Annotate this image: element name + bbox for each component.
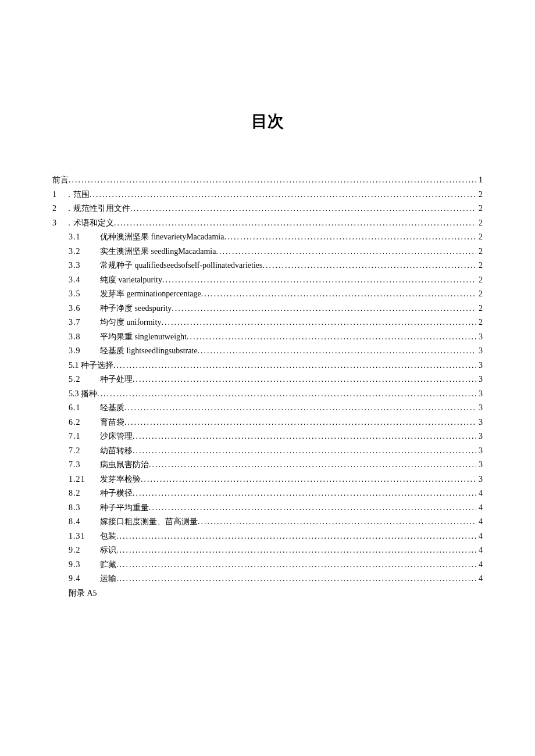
toc-subentry: 3.7 均匀度 uniformity 2 <box>69 316 483 330</box>
toc-page: 4 <box>476 558 483 572</box>
toc-page: 2 <box>476 188 483 202</box>
dots-leader <box>263 259 476 273</box>
toc-text: 发芽率检验 <box>100 472 141 487</box>
toc-text: 种子横径 <box>100 486 133 501</box>
toc-page: 2 <box>476 316 483 330</box>
toc-subentry: 1.21 发芽率检验 3 <box>69 472 483 487</box>
dots-leader <box>198 344 476 359</box>
toc-page: 2 <box>476 287 483 302</box>
dots-leader <box>149 458 476 472</box>
toc-subentry: 3.1 优种澳洲坚果 finevarietyMacadamia 2 <box>69 230 483 245</box>
dots-leader <box>133 486 476 501</box>
toc-number: 6.1 <box>69 401 100 415</box>
dots-leader <box>90 188 476 202</box>
toc-subentry: 5.2 种子处理 3 <box>69 372 483 387</box>
toc-page: 4 <box>476 572 483 586</box>
toc-text: 包装 <box>100 529 116 544</box>
toc-subentry: 3.3 常规种子 qualifiedseedsofself-pollinated… <box>69 259 483 273</box>
toc-page: 3 <box>476 458 483 472</box>
toc-page: 3 <box>476 372 483 387</box>
toc-subentry: 9.4 运输 4 <box>69 572 483 586</box>
toc-page: 4 <box>476 529 483 544</box>
toc-text: 均匀度 uniformity <box>100 316 161 330</box>
toc-number: 8.4 <box>69 515 100 529</box>
toc-number: 1.31 <box>69 529 100 544</box>
toc-number: 8.3 <box>69 501 100 515</box>
toc-text: ．范围 <box>65 188 90 202</box>
toc-number: 6.2 <box>69 415 100 430</box>
toc-text: 轻基质 <box>100 401 124 415</box>
toc-text: 纯度 varietalpurity <box>100 273 162 288</box>
toc-number: 5.2 <box>69 372 100 387</box>
dots-leader <box>116 543 476 558</box>
toc-appendix: 附录 A5 <box>52 586 483 601</box>
toc-subentry: 3.8 平均果重 singlenutweight 3 <box>69 330 483 345</box>
toc-page: 3 <box>476 444 483 458</box>
dots-leader <box>133 444 476 458</box>
dots-leader <box>113 359 476 373</box>
toc-number: 3.5 <box>69 287 100 302</box>
toc-number: 9.3 <box>69 558 100 572</box>
toc-number: 3.2 <box>69 245 100 259</box>
toc-number: 3.6 <box>69 302 100 316</box>
dots-leader <box>162 273 476 288</box>
dots-leader <box>133 429 476 444</box>
dots-leader <box>133 372 476 387</box>
toc-page: 2 <box>476 273 483 288</box>
dots-leader <box>224 230 476 245</box>
toc-entry-1: 1 ．范围 2 <box>52 188 483 202</box>
toc-number: 7.2 <box>69 444 100 458</box>
toc-subentry: 9.2 标识 4 <box>69 543 483 558</box>
dots-leader <box>187 330 476 345</box>
dots-leader <box>172 302 476 316</box>
toc-page: 2 <box>476 216 483 231</box>
toc-subentry: 6.1 轻基质 3 <box>69 401 483 415</box>
toc-text: 前言 <box>52 173 69 188</box>
toc-text: 嫁接口粗度测量、苗高测量 <box>100 515 198 529</box>
toc-page: 2 <box>476 202 483 216</box>
dots-leader <box>130 202 476 216</box>
toc-subentry: 5.3 播种 3 <box>69 387 483 402</box>
toc-text: 幼苗转移 <box>100 444 133 458</box>
dots-leader <box>116 572 476 586</box>
toc-page: 4 <box>476 543 483 558</box>
toc-number: 3.4 <box>69 273 100 288</box>
toc-number: 3 <box>52 216 65 231</box>
toc-number: 1 <box>52 188 65 202</box>
toc-number: 9.4 <box>69 572 100 586</box>
toc-page: 3 <box>476 415 483 430</box>
toc-number: 3.9 <box>69 344 100 359</box>
toc-page: 3 <box>476 359 483 373</box>
dots-leader <box>116 529 476 544</box>
toc-page: 3 <box>476 344 483 359</box>
toc-page: 3 <box>476 472 483 487</box>
toc-text: 5.1 种子选择 <box>69 359 113 373</box>
toc-number: 9.2 <box>69 543 100 558</box>
toc-page: 4 <box>476 515 483 529</box>
toc-subentry: 3.5 发芽率 germinationpercentage 2 <box>69 287 483 302</box>
toc-subentry: 3.9 轻基质 lightseedlingsubstrate 3 <box>69 344 483 359</box>
toc-number: 8.2 <box>69 486 100 501</box>
toc-subentry: 8.3 种子平均重量 4 <box>69 501 483 515</box>
toc-number: 7.3 <box>69 458 100 472</box>
toc-text: 种子处理 <box>100 372 133 387</box>
toc-page: 3 <box>476 387 483 402</box>
toc-text: ．术语和定义 <box>65 216 114 231</box>
toc-subentry: 8.4 嫁接口粗度测量、苗高测量 4 <box>69 515 483 529</box>
toc-subentry: 7.3 病虫鼠害防治 3 <box>69 458 483 472</box>
toc-subentry: 7.2 幼苗转移 3 <box>69 444 483 458</box>
toc-subentry: 9.3 贮藏 4 <box>69 558 483 572</box>
toc-page: 2 <box>476 245 483 259</box>
toc-page: 2 <box>476 259 483 273</box>
toc-subentry: 8.2 种子横径 4 <box>69 486 483 501</box>
toc-subentry: 3.6 种子净度 seedspurity 2 <box>69 302 483 316</box>
toc-number: 2 <box>52 202 65 216</box>
toc-text: 优种澳洲坚果 finevarietyMacadamia <box>100 230 224 245</box>
toc-subsection-block: 3.1 优种澳洲坚果 finevarietyMacadamia 2 3.2 实生… <box>52 230 483 586</box>
toc-number: 3.8 <box>69 330 100 345</box>
toc-text: 育苗袋 <box>100 415 124 430</box>
toc-text: 发芽率 germinationpercentage <box>100 287 201 302</box>
toc-page: 3 <box>476 330 483 345</box>
toc-text: 沙床管理 <box>100 429 133 444</box>
toc-text: 运输 <box>100 572 116 586</box>
